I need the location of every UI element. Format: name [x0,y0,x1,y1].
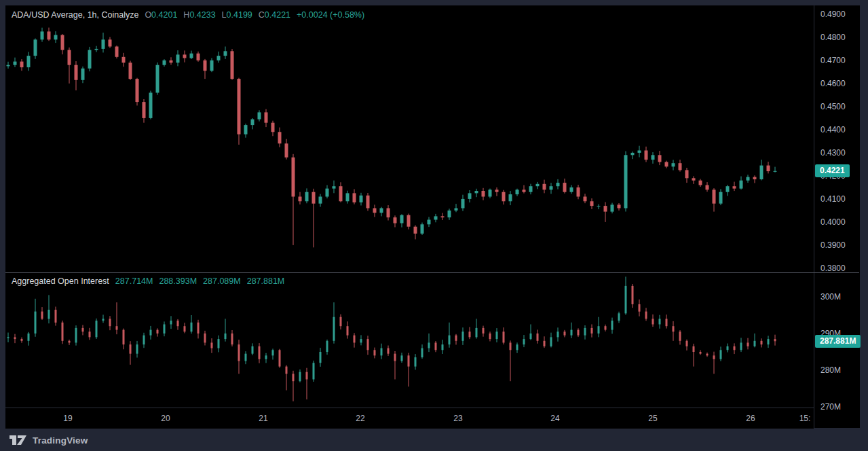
tradingview-logo-icon[interactable] [10,435,27,446]
time-tick-label: 26 [738,414,763,423]
time-tick-label: 22 [348,414,373,423]
ohlc-close: C0.4221 [259,10,290,20]
price-tick-label: 280M [820,365,841,375]
ohlc-low: L0.4199 [222,10,252,20]
tradingview-chart-window: ADA/USD Average, 1h, Coinalyze O0.4201 H… [0,0,868,451]
ohlc-open: O0.4201 [145,10,177,20]
oi-last-badge: 287.881M [815,335,861,348]
oi-value-4: 287.881M [247,276,285,287]
oi-value-2: 288.393M [159,276,197,287]
price-tick-label: 0.4600 [820,79,846,88]
ohlc-high: H0.4233 [183,10,215,20]
oi-title: Aggregated Open Interest [12,276,109,287]
oi-value-1: 287.714M [115,276,153,287]
time-tick-label: 19 [56,414,80,423]
bottom-toolbar: TradingView [0,429,868,451]
oi-value-3: 287.089M [203,276,241,287]
price-change: +0.0024 (+0.58%) [297,10,364,20]
last-price-badge: 0.4221 [815,164,850,177]
price-tick-label: 0.4700 [820,56,846,65]
price-tick-label: 0.4100 [820,194,846,204]
time-tick-label: 21 [251,414,276,423]
price-tick-label: 0.4800 [820,33,846,42]
time-tick-label: 25 [641,414,665,423]
price-tick-label: 270M [820,402,841,412]
price-pane-canvas[interactable] [5,5,814,273]
pane-divider[interactable] [5,272,859,273]
price-tick-label: 0.3900 [820,240,846,250]
symbol-title: ADA/USD Average, 1h, Coinalyze [12,10,138,20]
price-tick-label: 0.4300 [820,148,846,158]
time-tick-label: 20 [153,414,178,423]
time-axis[interactable]: 192021222324252615: [5,408,814,429]
candlestick-series [7,28,777,248]
price-tick-label: 0.4900 [820,10,846,19]
time-tick-label: 24 [543,414,567,423]
tradingview-brand[interactable]: TradingView [33,435,88,446]
price-tick-label: 0.4500 [820,102,846,111]
price-axis[interactable]: 0.49000.48000.47000.46000.45000.44000.43… [814,5,860,428]
price-tick-label: 0.4400 [820,125,846,134]
price-tick-label: 0.3800 [820,264,846,273]
price-tick-label: 300M [820,292,841,302]
candlestick-series [7,276,776,401]
price-legend[interactable]: ADA/USD Average, 1h, Coinalyze O0.4201 H… [12,10,364,20]
oi-pane-canvas[interactable] [5,273,814,408]
oi-legend[interactable]: Aggregated Open Interest 287.714M 288.39… [12,276,284,287]
time-tick-label: 23 [446,414,470,423]
price-tick-label: 0.4000 [820,217,846,227]
